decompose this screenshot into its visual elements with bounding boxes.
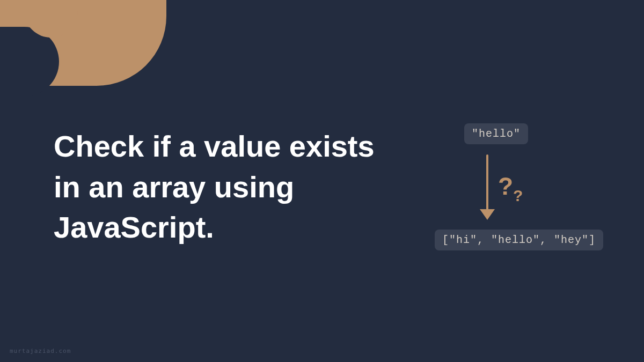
arrow-diagram: ? ? bbox=[482, 154, 546, 224]
array-code-badge: ["hi", "hello", "hey"] bbox=[435, 230, 603, 250]
page-title: Check if a value exists in an array usin… bbox=[54, 126, 397, 248]
arrow-head-icon bbox=[480, 209, 495, 220]
watermark: murtajaziad.com bbox=[10, 348, 71, 354]
question-mark-small-icon: ? bbox=[513, 187, 523, 205]
arrow-down-icon bbox=[486, 154, 488, 212]
decorative-blob bbox=[0, 0, 166, 86]
value-code-badge: "hello" bbox=[464, 123, 528, 144]
question-mark-icon: ? bbox=[498, 172, 513, 201]
